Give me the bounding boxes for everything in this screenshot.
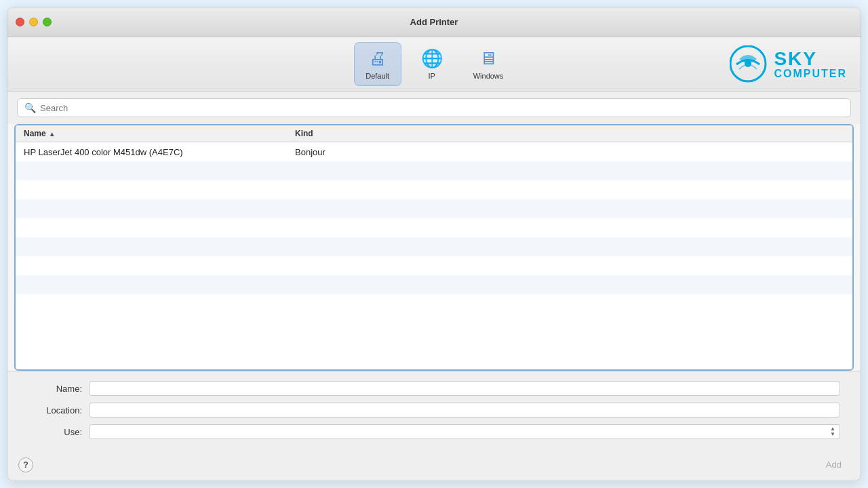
use-select[interactable]: ▲▼	[89, 424, 840, 439]
search-bar-area: 🔍	[7, 92, 861, 124]
tab-windows[interactable]: 🖥 Windows	[462, 43, 515, 85]
windows-icon: 🖥	[479, 48, 497, 69]
table-row[interactable]: HP LaserJet 400 color M451dw (A4E7C) Bon…	[16, 142, 852, 161]
table-row	[16, 161, 852, 180]
footer-bar: ? Add	[7, 453, 861, 481]
table-row	[16, 218, 852, 237]
tab-default[interactable]: 🖨 Default	[354, 42, 401, 86]
close-button[interactable]	[16, 18, 24, 26]
toolbar-tabs: 🖨 Default 🌐 IP 🖥 Windows	[296, 42, 572, 86]
name-column-header[interactable]: Name ▲	[24, 129, 295, 138]
name-form-row: Name:	[28, 381, 840, 396]
search-input-wrap: 🔍	[17, 98, 851, 117]
search-input[interactable]	[40, 103, 844, 113]
location-form-row: Location:	[28, 403, 840, 418]
search-icon: 🔍	[24, 102, 36, 113]
traffic-lights	[16, 18, 52, 26]
printer-kind-cell: Bonjour	[295, 147, 844, 157]
use-label: Use:	[28, 427, 82, 437]
table-row	[16, 199, 852, 218]
tab-ip[interactable]: 🌐 IP	[408, 43, 456, 85]
svg-point-1	[745, 60, 751, 67]
minimize-button[interactable]	[29, 18, 38, 26]
sort-arrow-icon: ▲	[49, 130, 56, 138]
form-area: Name: Location: Use: ▲▼	[7, 371, 861, 453]
window-title: Add Printer	[410, 17, 458, 27]
list-header: Name ▲ Kind	[16, 125, 852, 142]
help-button[interactable]: ?	[18, 458, 33, 472]
printer-name-cell: HP LaserJet 400 color M451dw (A4E7C)	[24, 147, 295, 157]
ip-globe-icon: 🌐	[421, 48, 443, 69]
computer-label: COMPUTER	[774, 68, 847, 79]
maximize-button[interactable]	[43, 18, 52, 26]
use-form-row: Use: ▲▼	[28, 424, 840, 439]
tab-default-label: Default	[366, 72, 389, 80]
location-label: Location:	[28, 405, 82, 415]
name-label: Name:	[28, 384, 82, 394]
table-row	[16, 275, 852, 294]
tab-windows-label: Windows	[473, 72, 504, 80]
tab-ip-label: IP	[428, 72, 435, 80]
add-printer-window: Add Printer 🖨 Default 🌐 IP 🖥 Windows	[7, 7, 861, 481]
location-input[interactable]	[89, 403, 840, 418]
kind-column-header[interactable]: Kind	[295, 129, 844, 138]
table-row	[16, 180, 852, 199]
table-row	[16, 256, 852, 275]
sky-logo-text: SKY COMPUTER	[774, 49, 847, 79]
printer-list-container: Name ▲ Kind HP LaserJet 400 color M451dw…	[14, 124, 854, 371]
table-row	[16, 237, 852, 256]
sky-label: SKY	[774, 49, 847, 68]
default-printer-icon: 🖨	[369, 48, 387, 69]
sky-computer-logo: SKY COMPUTER	[730, 45, 847, 83]
add-button[interactable]: Add	[818, 457, 850, 472]
stepper-arrows-icon: ▲▼	[830, 426, 835, 437]
name-input[interactable]	[89, 381, 840, 396]
printer-list-rows[interactable]: HP LaserJet 400 color M451dw (A4E7C) Bon…	[16, 142, 852, 369]
sky-logo-icon	[730, 45, 767, 83]
toolbar: 🖨 Default 🌐 IP 🖥 Windows	[7, 37, 861, 92]
title-bar: Add Printer	[7, 7, 861, 37]
